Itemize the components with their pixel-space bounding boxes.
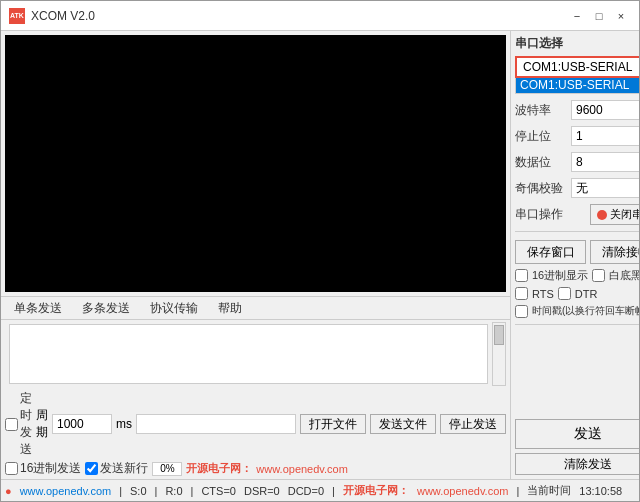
- openedv-logo: 开源电子网：: [343, 483, 409, 498]
- time-label: 当前时间: [527, 483, 571, 498]
- hex-display-checkbox[interactable]: [515, 269, 528, 282]
- status-sep-2: |: [155, 485, 158, 497]
- tabs-bar: 单条发送 多条发送 协议传输 帮助: [1, 296, 510, 320]
- terminal-display: [5, 35, 506, 292]
- white-black-checkbox[interactable]: [592, 269, 605, 282]
- parity-label: 奇偶校验: [515, 180, 565, 197]
- send-btn-area: 发送 清除发送: [515, 419, 639, 475]
- dtr-checkbox[interactable]: [558, 287, 571, 300]
- open-file-button[interactable]: 打开文件: [300, 414, 366, 434]
- timed-send-label: 定时发送: [5, 390, 32, 458]
- statusbar: ● www.openedv.com | S:0 | R:0 | CTS=0 DS…: [1, 479, 639, 501]
- main-content: 单条发送 多条发送 协议传输 帮助 定时发送 周期: [1, 31, 639, 479]
- status-icon: ●: [5, 485, 12, 497]
- white-black-label: 白底黑字: [609, 268, 639, 283]
- timed-send-checkbox[interactable]: [5, 418, 18, 431]
- bottom-controls: 定时发送 周期 ms 打开文件 发送文件 停止发送 16进制发送: [1, 388, 510, 479]
- status-sep-1: |: [119, 485, 122, 497]
- send-file-button[interactable]: 发送文件: [370, 414, 436, 434]
- period-label: 周期: [36, 407, 48, 441]
- hex-send-label: 16进制发送: [5, 460, 81, 477]
- main-window: ATK XCOM V2.0 − □ × 单条发送 多条发送 协议传输 帮助: [0, 0, 640, 502]
- app-icon: ATK: [9, 8, 25, 24]
- status-sep-4: |: [332, 485, 335, 497]
- bottom-row1: 定时发送 周期 ms 打开文件 发送文件 停止发送: [5, 390, 506, 458]
- status-sep-3: |: [191, 485, 194, 497]
- data-row: 数据位 8: [515, 152, 639, 172]
- data-label: 数据位: [515, 154, 565, 171]
- minimize-button[interactable]: −: [567, 6, 587, 26]
- ms-label: ms: [116, 417, 132, 431]
- com-dropdown-container: COM1:USB-SERIAL COM1:USB-SERIAL: [515, 56, 639, 94]
- serial-select-label: 串口选择: [515, 35, 639, 52]
- com-option-1[interactable]: COM1:USB-SERIAL: [516, 77, 639, 93]
- dtr-label: DTR: [575, 288, 598, 300]
- timestamp-row: 时间戳(以换行符回车断帧): [515, 304, 639, 318]
- tab-single-send[interactable]: 单条发送: [5, 297, 71, 320]
- send-input[interactable]: [9, 324, 488, 384]
- send-newline-label: 发送新行: [85, 460, 148, 477]
- openedv-brand: 开源电子网：: [186, 461, 252, 476]
- stop-send-button[interactable]: 停止发送: [440, 414, 506, 434]
- send-button[interactable]: 发送: [515, 419, 639, 449]
- tab-multi-send[interactable]: 多条发送: [73, 297, 139, 320]
- maximize-button[interactable]: □: [589, 6, 609, 26]
- rts-checkbox[interactable]: [515, 287, 528, 300]
- openedv-url-mid: www.openedv.com: [256, 463, 348, 475]
- stop-row: 停止位 1: [515, 126, 639, 146]
- hex-display-row: 16进制显示 白底黑字: [515, 268, 639, 283]
- clear-send-button[interactable]: 清除发送: [515, 453, 639, 475]
- file-path-input[interactable]: [136, 414, 296, 434]
- tab-help[interactable]: 帮助: [209, 297, 251, 320]
- hex-display-label: 16进制显示: [532, 268, 588, 283]
- com-select[interactable]: COM1:USB-SERIAL: [515, 56, 639, 78]
- parity-select[interactable]: 无: [571, 178, 639, 198]
- send-newline-checkbox[interactable]: [85, 462, 98, 475]
- status-sep-5: |: [516, 485, 519, 497]
- time-value: 13:10:58: [579, 485, 622, 497]
- stop-label: 停止位: [515, 128, 565, 145]
- close-button[interactable]: ×: [611, 6, 631, 26]
- com-dropdown-menu: COM1:USB-SERIAL: [515, 76, 639, 94]
- tab-protocol[interactable]: 协议传输: [141, 297, 207, 320]
- serial-op-label: 串口操作: [515, 206, 563, 223]
- data-select[interactable]: 8: [571, 152, 639, 172]
- status-dsr: DSR=0: [244, 485, 280, 497]
- progress-indicator: 0%: [152, 462, 182, 476]
- stop-select[interactable]: 1: [571, 126, 639, 146]
- red-status-dot: [597, 210, 607, 220]
- baud-select[interactable]: 9600: [571, 100, 639, 120]
- clear-recv-button[interactable]: 清除接收: [590, 240, 639, 264]
- scrollbar-thumb[interactable]: [494, 325, 504, 345]
- divider-1: [515, 231, 639, 232]
- status-r: R:0: [165, 485, 182, 497]
- period-input[interactable]: [52, 414, 112, 434]
- save-window-button[interactable]: 保存窗口: [515, 240, 586, 264]
- status-s: S:0: [130, 485, 147, 497]
- right-panel: 串口选择 COM1:USB-SERIAL COM1:USB-SERIAL 波特率…: [510, 31, 639, 479]
- window-title: XCOM V2.0: [31, 9, 567, 23]
- baud-label: 波特率: [515, 102, 565, 119]
- parity-row: 奇偶校验 无: [515, 178, 639, 198]
- rts-dtr-row: RTS DTR: [515, 287, 639, 300]
- close-serial-button[interactable]: 关闭串口: [590, 204, 639, 225]
- timestamp-label: 时间戳(以换行符回车断帧): [532, 304, 639, 318]
- timestamp-checkbox[interactable]: [515, 305, 528, 318]
- close-serial-label: 关闭串口: [610, 207, 639, 222]
- rts-label: RTS: [532, 288, 554, 300]
- titlebar: ATK XCOM V2.0 − □ ×: [1, 1, 639, 31]
- status-url: www.openedv.com: [20, 485, 112, 497]
- status-dcd: DCD=0: [288, 485, 324, 497]
- openedv-url-status: www.openedv.com: [417, 485, 509, 497]
- divider-2: [515, 324, 639, 325]
- window-controls: − □ ×: [567, 6, 631, 26]
- status-cts: CTS=0: [201, 485, 236, 497]
- left-panel: 单条发送 多条发送 协议传输 帮助 定时发送 周期: [1, 31, 510, 479]
- bottom-row2: 16进制发送 发送新行 0% 开源电子网： www.openedv.com: [5, 460, 506, 477]
- save-clear-row: 保存窗口 清除接收: [515, 240, 639, 264]
- hex-send-checkbox[interactable]: [5, 462, 18, 475]
- baud-row: 波特率 9600: [515, 100, 639, 120]
- serial-op-row: 串口操作 关闭串口: [515, 204, 639, 225]
